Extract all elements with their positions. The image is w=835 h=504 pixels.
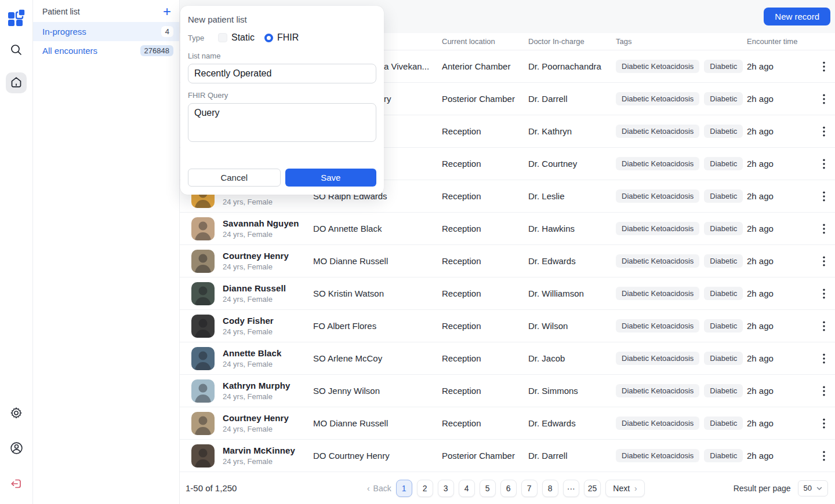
table-row[interactable]: Annette Black24 yrs, FemaleSO Arlene McC… xyxy=(180,342,835,375)
attendant-cell: FO Albert Flores xyxy=(313,321,442,331)
page-button[interactable]: 7 xyxy=(521,480,538,497)
table-row[interactable]: Dianne Russell24 yrs, FemaleSO Kristin W… xyxy=(180,277,835,310)
fhir-label: FHIR xyxy=(277,32,299,43)
app-logo[interactable] xyxy=(6,8,27,28)
row-menu-button[interactable] xyxy=(821,92,827,107)
row-menu-button[interactable] xyxy=(821,384,827,399)
search-button[interactable] xyxy=(6,40,27,61)
next-button[interactable]: Next › xyxy=(605,480,644,497)
page-button[interactable]: 8 xyxy=(542,480,558,497)
row-menu-button[interactable] xyxy=(821,351,827,366)
cancel-button[interactable]: Cancel xyxy=(188,169,281,187)
patient-meta: 24 yrs, Female xyxy=(223,198,288,206)
list-name-input[interactable] xyxy=(188,64,376,83)
tags-cell: Diabetic KetoacidosisDiabetic xyxy=(616,384,747,397)
page-ellipsis-button[interactable]: ··· xyxy=(563,480,579,497)
tag-badge: Diabetic xyxy=(704,319,743,333)
table-row[interactable]: Courtney Henry24 yrs, FemaleMO Dianne Ru… xyxy=(180,245,835,277)
tag-badge: Diabetic Ketoacidosis xyxy=(616,287,699,300)
row-menu-button[interactable] xyxy=(821,124,827,139)
type-option-fhir[interactable]: FHIR xyxy=(264,32,299,43)
row-menu-cell xyxy=(821,384,835,399)
next-label: Next xyxy=(613,484,630,493)
static-checkbox[interactable] xyxy=(218,33,227,42)
tag-badge: Diabetic Ketoacidosis xyxy=(616,319,699,333)
table-row[interactable]: Cody Fisher24 yrs, FemaleFO Albert Flore… xyxy=(180,310,835,342)
tags-cell: Diabetic KetoacidosisDiabetic xyxy=(616,352,747,365)
attendant-cell: MO Dianne Russell xyxy=(313,256,442,266)
page-button[interactable]: 3 xyxy=(438,480,454,497)
sidebar-item-all-encounters[interactable]: All encounters 276848 xyxy=(33,41,179,60)
new-record-button[interactable]: New record xyxy=(764,8,830,25)
tag-badge: Diabetic Ketoacidosis xyxy=(616,92,699,105)
doctor-cell: Dr. Simmons xyxy=(528,386,616,396)
result-range-text: 1-50 of 1,250 xyxy=(186,483,278,493)
table-row[interactable]: Courtney Henry24 yrs, FemaleMO Dianne Ru… xyxy=(180,407,835,440)
page-button[interactable]: 25 xyxy=(584,480,601,497)
static-label: Static xyxy=(231,32,255,43)
type-option-static[interactable]: Static xyxy=(218,32,255,43)
patient-meta: 24 yrs, Female xyxy=(223,230,299,239)
table-row[interactable]: Kathryn Murphy24 yrs, FemaleSO Jenny Wil… xyxy=(180,375,835,407)
tags-cell: Diabetic KetoacidosisDiabetic xyxy=(616,449,747,462)
save-button[interactable]: Save xyxy=(285,169,377,187)
back-button[interactable]: ‹ Back xyxy=(367,484,391,493)
tag-badge: Diabetic xyxy=(704,189,743,203)
row-menu-button[interactable] xyxy=(821,189,827,204)
patient-name: Dianne Russell xyxy=(223,283,286,293)
fhir-query-textarea[interactable]: Query xyxy=(188,103,376,142)
logout-button[interactable] xyxy=(6,474,27,495)
sidebar-item-label: All encounters xyxy=(42,46,97,56)
patient-list-panel: Patient list + In-progress 4 All encount… xyxy=(33,0,180,504)
logout-icon xyxy=(9,477,23,492)
encounter-time-cell: 2h ago xyxy=(747,353,821,363)
row-menu-cell xyxy=(821,189,835,204)
profile-icon xyxy=(9,441,24,457)
rail-top-group xyxy=(6,8,27,93)
tag-badge: Diabetic xyxy=(704,449,743,462)
tag-badge: Diabetic Ketoacidosis xyxy=(616,189,699,203)
row-menu-button[interactable] xyxy=(821,254,827,269)
profile-button[interactable] xyxy=(6,439,27,459)
row-menu-button[interactable] xyxy=(821,286,827,301)
sidebar-item-in-progress[interactable]: In-progress 4 xyxy=(33,22,179,41)
row-menu-button[interactable] xyxy=(821,59,827,74)
table-row[interactable]: Savannah Nguyen24 yrs, FemaleDO Annette … xyxy=(180,213,835,245)
settings-button[interactable] xyxy=(6,403,27,424)
attendant-cell: SO Arlene McCoy xyxy=(313,353,442,363)
tag-badge: Diabetic xyxy=(704,287,743,300)
tags-cell: Diabetic KetoacidosisDiabetic xyxy=(616,60,747,73)
doctor-cell: Dr. Edwards xyxy=(528,418,616,428)
row-menu-button[interactable] xyxy=(821,319,827,334)
doctor-cell: Dr. Wilson xyxy=(528,321,616,331)
row-menu-button[interactable] xyxy=(821,416,827,431)
encounter-time-cell: 2h ago xyxy=(747,126,821,136)
table-row[interactable]: Marvin McKinney24 yrs, FemaleDO Courtney… xyxy=(180,440,835,472)
page-button[interactable]: 4 xyxy=(459,480,475,497)
tags-cell: Diabetic KetoacidosisDiabetic xyxy=(616,157,747,170)
page-button[interactable]: 5 xyxy=(480,480,496,497)
home-button[interactable] xyxy=(6,72,27,93)
tags-cell: Diabetic KetoacidosisDiabetic xyxy=(616,222,747,235)
patient-avatar xyxy=(191,250,215,273)
tags-cell: Diabetic KetoacidosisDiabetic xyxy=(616,189,747,203)
page-button[interactable]: 6 xyxy=(500,480,517,497)
tag-badge: Diabetic Ketoacidosis xyxy=(616,417,699,430)
patient-info: Dianne Russell24 yrs, Female xyxy=(223,283,286,304)
add-patient-list-button[interactable]: + xyxy=(163,6,171,17)
fhir-radio-selected[interactable] xyxy=(264,34,273,42)
page-button[interactable]: 1 xyxy=(396,480,412,497)
row-menu-button[interactable] xyxy=(821,221,827,236)
patient-info: Marvin McKinney24 yrs, Female xyxy=(223,445,295,466)
per-page-value: 50 xyxy=(804,484,812,492)
current-location-cell: Reception xyxy=(442,126,528,136)
row-menu-button[interactable] xyxy=(821,448,827,463)
row-menu-button[interactable] xyxy=(821,156,827,171)
patient-name: Kathryn Murphy xyxy=(223,381,290,390)
per-page-select[interactable]: 50 xyxy=(798,480,828,496)
patient-cell: Savannah Nguyen24 yrs, Female xyxy=(180,217,313,240)
page-button[interactable]: 2 xyxy=(417,480,433,497)
current-location-cell: Anterior Chamber xyxy=(442,61,528,71)
chevron-left-icon: ‹ xyxy=(367,484,370,493)
tag-badge: Diabetic Ketoacidosis xyxy=(616,384,699,397)
